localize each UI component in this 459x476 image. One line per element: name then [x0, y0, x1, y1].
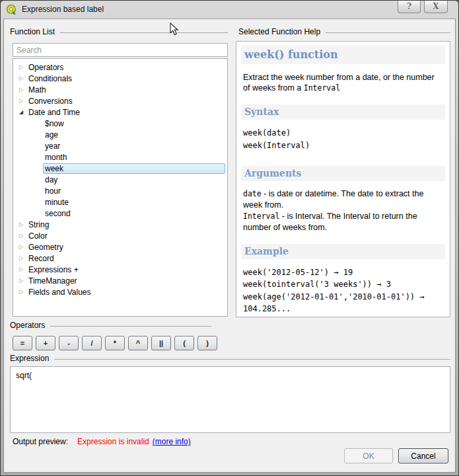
- titlebar-help-button[interactable]: ?: [398, 1, 421, 13]
- group-divider-line: [54, 359, 450, 360]
- group-divider-line: [326, 32, 450, 33]
- expand-arrow-icon[interactable]: ▷: [16, 75, 26, 81]
- tree-item-label: day: [43, 175, 225, 185]
- operators-group-label: Operators: [10, 321, 45, 330]
- function-list-group-header: Function List: [10, 27, 228, 36]
- tree-item-string[interactable]: ▷String: [13, 219, 227, 230]
- operator-button-plus[interactable]: +: [36, 336, 55, 350]
- function-help-group-label: Selected Function Help: [238, 27, 320, 36]
- help-section-heading: Example: [241, 244, 445, 259]
- cancel-button[interactable]: Cancel: [398, 448, 448, 463]
- tree-item-label: Fields and Values: [26, 287, 93, 298]
- expand-arrow-icon[interactable]: ▷: [16, 244, 26, 250]
- tree-item-day[interactable]: day: [13, 174, 227, 185]
- tree-item-minute[interactable]: minute: [13, 196, 227, 208]
- operator-button-close-paren[interactable]: ): [197, 336, 217, 350]
- operator-button-concat[interactable]: ||: [151, 336, 171, 350]
- tree-item-label: age: [43, 130, 225, 140]
- tree-item-expressions[interactable]: ▷Expressions +: [13, 264, 227, 275]
- group-divider-line: [50, 326, 211, 327]
- expand-arrow-icon[interactable]: ▷: [16, 278, 26, 284]
- titlebar: Expression based label ? X: [3, 1, 456, 19]
- help-section-heading: Arguments: [241, 166, 445, 181]
- titlebar-close-button[interactable]: X: [424, 1, 448, 13]
- help-paragraph: Extract the week number from a date, or …: [243, 72, 443, 95]
- tree-item-label: Conditionals: [26, 73, 74, 84]
- tree-item-color[interactable]: ▷Color: [13, 230, 227, 241]
- expand-arrow-icon[interactable]: ▷: [16, 266, 26, 272]
- tree-item-conditionals[interactable]: ▷Conditionals: [13, 73, 227, 84]
- output-preview-label: Output preview:: [13, 437, 68, 446]
- expand-arrow-icon[interactable]: ▷: [16, 289, 26, 295]
- tree-item-label: String: [26, 219, 51, 230]
- tree-item-label: $now: [43, 118, 225, 129]
- expand-arrow-icon[interactable]: ▷: [16, 64, 26, 70]
- tree-item-label: Date and Time: [26, 107, 82, 118]
- tree-item-operators[interactable]: ▷Operators: [13, 61, 227, 73]
- tree-item-label: Expressions +: [26, 264, 81, 275]
- expand-arrow-icon[interactable]: ▷: [16, 98, 26, 104]
- tree-item-year[interactable]: year: [13, 140, 227, 151]
- operator-buttons-row: =+-/*^||(): [13, 336, 217, 350]
- tree-item-label: year: [43, 141, 225, 151]
- expression-based-label-dialog: Expression based label ? X Function List…: [0, 0, 459, 476]
- expression-group-label: Expression: [10, 354, 49, 363]
- tree-item-month[interactable]: month: [13, 151, 227, 163]
- tree-item-record[interactable]: ▷Record: [13, 253, 227, 264]
- tree-item-label: second: [43, 208, 225, 219]
- tree-item-date-and-time[interactable]: ◢Date and Time: [13, 106, 227, 118]
- tree-item-label: Operators: [26, 62, 65, 73]
- group-divider-line: [60, 32, 228, 33]
- more-info-link[interactable]: (more info): [153, 437, 191, 446]
- tree-item-geometry[interactable]: ▷Geometry: [13, 241, 227, 253]
- operator-button-divide[interactable]: /: [82, 336, 102, 350]
- tree-item-label: TimeManager: [26, 276, 79, 286]
- expression-invalid-text: Expression is invalid: [77, 437, 149, 446]
- expand-arrow-icon[interactable]: ▷: [16, 87, 26, 93]
- operator-button-power[interactable]: ^: [128, 336, 148, 350]
- qgis-app-icon: [6, 4, 17, 18]
- help-paragraph: date - is date or datetime. The date to …: [243, 188, 443, 233]
- expand-arrow-icon[interactable]: ▷: [16, 255, 26, 261]
- expand-arrow-icon[interactable]: ▷: [16, 233, 26, 239]
- tree-item-age[interactable]: age: [13, 129, 227, 140]
- output-preview-row: Output preview: Expression is invalid (m…: [13, 437, 191, 446]
- function-help-group-header: Selected Function Help: [236, 27, 450, 36]
- operators-group-header: Operators: [10, 321, 211, 330]
- help-code-block: week('2012-05-12') → 19 week(tointerval(…: [243, 266, 443, 315]
- tree-item-label: Conversions: [26, 96, 75, 106]
- tree-item-conversions[interactable]: ▷Conversions: [13, 95, 227, 106]
- function-tree[interactable]: ▷Operators▷Conditionals▷Math▷Conversions…: [13, 58, 228, 317]
- function-list-group-label: Function List: [10, 27, 55, 36]
- ok-button[interactable]: OK: [344, 448, 393, 463]
- tree-item-fields-and-values[interactable]: ▷Fields and Values: [13, 286, 227, 298]
- tree-item-hour[interactable]: hour: [13, 185, 227, 196]
- tree-item-label: Math: [26, 85, 48, 95]
- help-code-block: week(date) week(Interval): [243, 127, 443, 151]
- dialog-body: Function List ▷Operators▷Conditionals▷Ma…: [3, 19, 456, 473]
- tree-item-second[interactable]: second: [13, 208, 227, 219]
- operator-button-equals[interactable]: =: [13, 336, 32, 350]
- function-help-content[interactable]: week() functionExtract the week number f…: [236, 41, 450, 317]
- help-function-title: week() function: [241, 46, 445, 64]
- operator-button-multiply[interactable]: *: [105, 336, 125, 350]
- tree-item-label: week: [43, 163, 225, 174]
- tree-item-label: Color: [26, 231, 50, 241]
- collapse-arrow-icon[interactable]: ◢: [16, 109, 26, 115]
- tree-item-label: hour: [43, 186, 225, 196]
- window-title: Expression based label: [22, 5, 104, 14]
- expand-arrow-icon[interactable]: ▷: [16, 221, 26, 227]
- tree-item-timemanager[interactable]: ▷TimeManager: [13, 275, 227, 286]
- tree-item-week[interactable]: week: [13, 163, 227, 174]
- tree-item-label: Record: [26, 253, 56, 264]
- operator-button-open-paren[interactable]: (: [174, 336, 194, 350]
- tree-item-label: minute: [43, 197, 225, 208]
- tree-item-$now[interactable]: $now: [13, 118, 227, 129]
- tree-item-label: Geometry: [26, 242, 65, 253]
- tree-item-label: month: [43, 152, 225, 163]
- operator-button-minus[interactable]: -: [59, 336, 79, 350]
- expression-group-header: Expression: [10, 354, 450, 363]
- search-input[interactable]: [13, 43, 228, 57]
- tree-item-math[interactable]: ▷Math: [13, 84, 227, 95]
- expression-input[interactable]: sqrt(: [10, 366, 450, 433]
